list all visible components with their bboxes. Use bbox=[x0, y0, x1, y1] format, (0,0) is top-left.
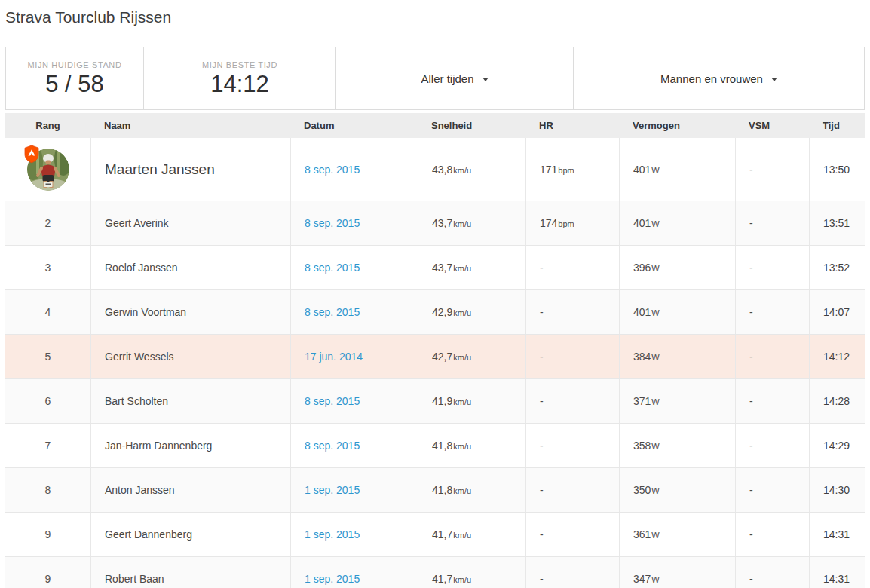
activity-date-link[interactable]: 8 sep. 2015 bbox=[305, 439, 360, 452]
stat-best-time-label: MIJN BESTE TIJD bbox=[202, 60, 277, 69]
time-filter-label: Aller tijden bbox=[421, 72, 473, 85]
column-header-tijd: Tijd bbox=[809, 113, 865, 138]
athlete-name-cell[interactable]: Anton Janssen bbox=[90, 468, 290, 512]
rank-cell: 9 bbox=[5, 513, 90, 556]
athlete-name[interactable]: Geert Averink bbox=[105, 217, 169, 229]
time-cell: 14:28 bbox=[809, 379, 865, 423]
heart-rate-cell: 174bpm bbox=[525, 201, 619, 245]
speed-cell: 42,9km/u bbox=[418, 290, 525, 334]
power-cell: 401W bbox=[619, 290, 735, 334]
athlete-name-cell[interactable]: Geert Dannenberg bbox=[90, 513, 290, 556]
activity-date-link[interactable]: 8 sep. 2015 bbox=[305, 306, 360, 318]
chevron-down-icon bbox=[771, 78, 777, 81]
table-row: 9 Geert Dannenberg 1 sep. 2015 41,7km/u … bbox=[5, 512, 865, 556]
time-cell: 13:51 bbox=[809, 201, 865, 245]
date-cell: 8 sep. 2015 bbox=[290, 246, 418, 289]
time-cell: 14:07 bbox=[809, 290, 865, 334]
stat-current-standing-value: 5 / 58 bbox=[45, 72, 104, 97]
vsm-cell: - bbox=[735, 513, 809, 556]
rank-cell: 5 bbox=[5, 335, 90, 378]
athlete-name[interactable]: Jan-Harm Dannenberg bbox=[105, 439, 212, 452]
activity-date-link[interactable]: 1 sep. 2015 bbox=[305, 484, 360, 496]
column-header-vermogen: Vermogen bbox=[619, 113, 735, 138]
activity-date-link[interactable]: 1 sep. 2015 bbox=[305, 573, 360, 585]
time-cell: 14:12 bbox=[809, 335, 865, 378]
rank-cell: 8 bbox=[5, 468, 90, 512]
athlete-name-cell[interactable]: Gerwin Voortman bbox=[90, 290, 290, 334]
time-cell: 14:30 bbox=[809, 468, 865, 512]
table-row: 3 Roelof Janssen 8 sep. 2015 43,7km/u - … bbox=[5, 245, 865, 289]
table-row: 7 Jan-Harm Dannenberg 8 sep. 2015 41,8km… bbox=[5, 423, 865, 467]
athlete-name[interactable]: Gerwin Voortman bbox=[105, 306, 186, 318]
table-header-row: RangNaamDatumSnelheidHRVermogenVSMTijd bbox=[5, 113, 865, 138]
table-body: Maarten Janssen 8 sep. 2015 43,8km/u 171… bbox=[5, 138, 865, 588]
date-cell: 1 sep. 2015 bbox=[290, 513, 418, 556]
rank-number: 8 bbox=[45, 484, 51, 496]
time-cell: 14:31 bbox=[809, 557, 865, 588]
activity-date-link[interactable]: 8 sep. 2015 bbox=[305, 395, 360, 407]
athlete-name-cell[interactable]: Geert Averink bbox=[90, 201, 290, 245]
athlete-name-cell[interactable]: Robert Baan bbox=[90, 557, 290, 588]
athlete-name[interactable]: Bart Scholten bbox=[105, 395, 168, 407]
activity-date-link[interactable]: 17 jun. 2014 bbox=[305, 351, 363, 363]
speed-cell: 41,7km/u bbox=[418, 557, 525, 588]
stat-best-time-value: 14:12 bbox=[210, 72, 269, 97]
athlete-name[interactable]: Gerrit Wessels bbox=[105, 351, 174, 363]
power-cell: 358W bbox=[619, 424, 735, 467]
athlete-name[interactable]: Maarten Janssen bbox=[105, 161, 215, 177]
vsm-cell: - bbox=[735, 138, 809, 201]
power-cell: 401W bbox=[619, 138, 735, 201]
column-header-naam: Naam bbox=[90, 113, 290, 138]
athlete-name[interactable]: Anton Janssen bbox=[105, 484, 175, 496]
activity-date-link[interactable]: 8 sep. 2015 bbox=[305, 262, 360, 274]
table-row: 9 Robert Baan 1 sep. 2015 41,7km/u - 347… bbox=[5, 556, 865, 588]
athlete-name[interactable]: Robert Baan bbox=[105, 573, 164, 585]
athlete-avatar[interactable] bbox=[27, 149, 69, 191]
rank-cell: 7 bbox=[5, 424, 90, 467]
rank-number: 4 bbox=[45, 306, 51, 318]
time-cell: 14:29 bbox=[809, 424, 865, 467]
activity-date-link[interactable]: 8 sep. 2015 bbox=[305, 217, 360, 229]
activity-date-link[interactable]: 8 sep. 2015 bbox=[305, 164, 360, 176]
power-cell: 361W bbox=[619, 513, 735, 556]
speed-cell: 41,8km/u bbox=[418, 424, 525, 467]
athlete-name-cell[interactable]: Jan-Harm Dannenberg bbox=[90, 424, 290, 467]
stats-filter-bar: MIJN HUIDIGE STAND 5 / 58 MIJN BESTE TIJ… bbox=[5, 47, 865, 110]
vsm-cell: - bbox=[735, 290, 809, 334]
power-cell: 347W bbox=[619, 557, 735, 588]
date-cell: 8 sep. 2015 bbox=[290, 379, 418, 423]
rank-number: 2 bbox=[45, 217, 51, 229]
time-filter-dropdown[interactable]: Aller tijden bbox=[335, 47, 573, 109]
heart-rate-cell: 171bpm bbox=[525, 138, 619, 201]
vsm-cell: - bbox=[735, 468, 809, 512]
rank-number: 9 bbox=[45, 573, 51, 585]
heart-rate-cell: - bbox=[525, 246, 619, 289]
vsm-cell: - bbox=[735, 557, 809, 588]
speed-cell: 41,8km/u bbox=[418, 468, 525, 512]
athlete-name[interactable]: Roelof Janssen bbox=[105, 262, 178, 274]
table-row: 5 Gerrit Wessels 17 jun. 2014 42,7km/u -… bbox=[5, 334, 865, 378]
rank-number: 9 bbox=[45, 528, 51, 541]
athlete-name-cell[interactable]: Gerrit Wessels bbox=[90, 335, 290, 378]
time-cell: 14:31 bbox=[809, 513, 865, 556]
column-header-hr: HR bbox=[525, 113, 619, 138]
speed-cell: 43,8km/u bbox=[418, 138, 525, 201]
vsm-cell: - bbox=[735, 379, 809, 423]
rank-cell: 3 bbox=[5, 246, 90, 289]
rank-cell: 2 bbox=[5, 201, 90, 245]
table-row: 4 Gerwin Voortman 8 sep. 2015 42,9km/u -… bbox=[5, 289, 865, 334]
gender-filter-label: Mannen en vrouwen bbox=[660, 72, 763, 85]
date-cell: 17 jun. 2014 bbox=[290, 335, 418, 378]
power-cell: 350W bbox=[619, 468, 735, 512]
vsm-cell: - bbox=[735, 424, 809, 467]
date-cell: 8 sep. 2015 bbox=[290, 201, 418, 245]
athlete-name[interactable]: Geert Dannenberg bbox=[105, 528, 192, 541]
activity-date-link[interactable]: 1 sep. 2015 bbox=[305, 528, 360, 541]
stat-current-standing-label: MIJN HUIDIGE STAND bbox=[28, 60, 122, 69]
athlete-name-cell[interactable]: Bart Scholten bbox=[90, 379, 290, 423]
heart-rate-cell: - bbox=[525, 513, 619, 556]
gender-filter-dropdown[interactable]: Mannen en vrouwen bbox=[573, 47, 864, 109]
leaderboard-table: RangNaamDatumSnelheidHRVermogenVSMTijd bbox=[5, 113, 865, 588]
athlete-name-cell[interactable]: Maarten Janssen bbox=[90, 138, 290, 201]
athlete-name-cell[interactable]: Roelof Janssen bbox=[90, 246, 290, 289]
